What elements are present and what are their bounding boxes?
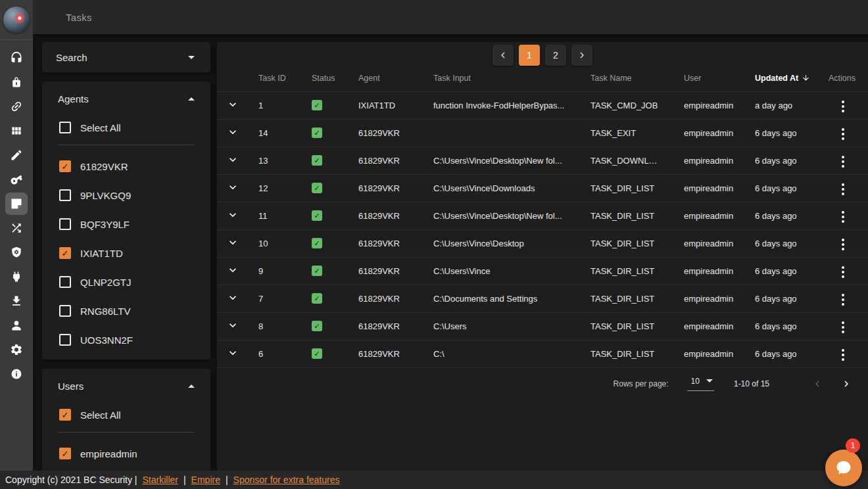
agent-checkbox-IXIAT1TD[interactable]: IXIAT1TD bbox=[42, 245, 210, 261]
header-updated-at[interactable]: Updated At bbox=[744, 66, 818, 91]
header-agent[interactable]: Agent bbox=[348, 66, 423, 91]
cell-task-input bbox=[423, 119, 580, 147]
app-logo-button[interactable] bbox=[0, 0, 33, 39]
table-row[interactable]: 11 61829VKR C:\Users\Vince\Desktop\New f… bbox=[217, 202, 868, 229]
checkbox[interactable] bbox=[59, 160, 71, 172]
sidebar-item-stagers[interactable] bbox=[5, 71, 28, 93]
row-actions-button[interactable] bbox=[838, 236, 848, 253]
agents-select-all-checkbox[interactable]: Select All bbox=[42, 120, 210, 135]
checkbox[interactable] bbox=[59, 247, 71, 259]
agent-checkbox-RNG86LTV[interactable]: RNG86LTV bbox=[42, 303, 210, 319]
sidebar-item-about[interactable] bbox=[5, 363, 28, 385]
checkbox[interactable] bbox=[59, 122, 71, 133]
agent-checkbox-BQF3Y9LF[interactable]: BQF3Y9LF bbox=[42, 216, 210, 232]
row-actions-button[interactable] bbox=[838, 181, 848, 198]
pagination-page-1[interactable]: 1 bbox=[519, 45, 540, 66]
expand-row-icon[interactable] bbox=[226, 153, 239, 166]
row-actions-button[interactable] bbox=[838, 153, 848, 170]
cell-updated-at: 6 days ago bbox=[744, 257, 818, 285]
checkbox[interactable] bbox=[59, 305, 71, 317]
chat-button[interactable]: 1 bbox=[825, 450, 862, 486]
search-panel-toggle[interactable]: Search bbox=[42, 42, 210, 72]
header-user[interactable]: User bbox=[673, 66, 744, 91]
checkbox[interactable] bbox=[59, 448, 71, 459]
rows-per-page-select[interactable]: 10 bbox=[687, 377, 714, 391]
starkiller-link[interactable]: Starkiller bbox=[143, 475, 178, 485]
cell-user: empireadmin bbox=[673, 91, 744, 119]
expand-row-icon[interactable] bbox=[226, 181, 239, 194]
pagination-prev-button[interactable] bbox=[493, 45, 514, 66]
sidebar-item-modules[interactable] bbox=[5, 120, 28, 142]
pagination-page-2[interactable]: 2 bbox=[545, 45, 566, 66]
header-status[interactable]: Status bbox=[301, 66, 348, 91]
header-task-input[interactable]: Task Input bbox=[423, 66, 580, 91]
sidebar-item-users[interactable] bbox=[5, 314, 28, 337]
pagination-next-button[interactable] bbox=[571, 45, 592, 66]
users-panel-toggle[interactable]: Users bbox=[42, 369, 210, 407]
row-actions-button[interactable] bbox=[838, 346, 848, 363]
row-actions-button[interactable] bbox=[838, 98, 848, 115]
row-actions-button[interactable] bbox=[838, 126, 848, 143]
checkbox-label: Select All bbox=[80, 122, 121, 133]
table-row[interactable]: 7 61829VKR C:\Documents and Settings TAS… bbox=[217, 285, 868, 312]
sidebar-item-credentials[interactable] bbox=[5, 168, 28, 191]
header-task-name[interactable]: Task Name bbox=[580, 66, 673, 91]
row-actions-button[interactable] bbox=[838, 264, 848, 281]
checkbox[interactable] bbox=[59, 276, 71, 288]
task-table-body: 1 IXIAT1TD function Invoke-FodHelperBypa… bbox=[217, 91, 868, 367]
cell-user: empireadmin bbox=[673, 174, 744, 202]
sidebar-nav bbox=[0, 40, 33, 385]
sidebar-item-listeners[interactable] bbox=[5, 47, 28, 69]
pagination-pages: 12 bbox=[519, 45, 566, 66]
expand-row-icon[interactable] bbox=[226, 208, 239, 221]
agent-checkbox-9PLVKGQ9[interactable]: 9PLVKGQ9 bbox=[42, 187, 210, 203]
sidebar-item-downloads[interactable] bbox=[5, 290, 28, 312]
table-row[interactable]: 14 61829VKR TASK_EXIT empireadmin 6 days… bbox=[217, 119, 868, 147]
table-row[interactable]: 12 61829VKR C:\Users\Vince\Downloads TAS… bbox=[217, 174, 868, 202]
users-filter-panel: Users Select All empireadmin bbox=[42, 369, 210, 477]
expand-row-icon[interactable] bbox=[226, 126, 239, 139]
sidebar-item-plugins[interactable] bbox=[5, 266, 28, 288]
expand-row-icon[interactable] bbox=[226, 264, 239, 277]
checkbox[interactable] bbox=[59, 409, 71, 421]
status-success-icon bbox=[312, 238, 322, 248]
sidebar-item-settings[interactable] bbox=[5, 338, 28, 361]
sponsor-link[interactable]: Sponsor for extra features bbox=[233, 475, 340, 485]
footer-prev-page-button[interactable] bbox=[811, 378, 823, 390]
expand-row-icon[interactable] bbox=[226, 98, 239, 111]
table-row[interactable]: 13 61829VKR C:\Users\Vince\Desktop\New f… bbox=[217, 147, 868, 174]
row-actions-button[interactable] bbox=[838, 319, 848, 336]
shield-gear-icon bbox=[10, 246, 23, 259]
expand-row-icon[interactable] bbox=[226, 236, 239, 249]
checkbox[interactable] bbox=[59, 334, 71, 346]
sidebar-item-plugins-edit[interactable] bbox=[5, 144, 28, 166]
footer-next-page-button[interactable] bbox=[840, 378, 852, 390]
sidebar-item-routing[interactable] bbox=[5, 217, 28, 239]
agents-filter-panel: Agents Select All 61829VKR 9PLVKGQ9 BQF3… bbox=[42, 82, 210, 360]
empire-link[interactable]: Empire bbox=[191, 475, 220, 485]
sidebar-item-agents[interactable] bbox=[5, 95, 28, 118]
cell-agent: 61829VKR bbox=[348, 340, 423, 367]
sidebar-item-malleable-profiles[interactable] bbox=[5, 241, 28, 264]
checkbox[interactable] bbox=[59, 218, 71, 230]
agent-checkbox-QLNP2GTJ[interactable]: QLNP2GTJ bbox=[42, 274, 210, 290]
expand-row-icon[interactable] bbox=[226, 319, 239, 332]
expand-row-icon[interactable] bbox=[226, 291, 239, 304]
sidebar-item-tasks[interactable] bbox=[5, 193, 28, 215]
row-actions-button[interactable] bbox=[838, 291, 848, 308]
table-row[interactable]: 6 61829VKR C:\ TASK_DIR_LIST empireadmin… bbox=[217, 340, 868, 367]
cell-agent: 61829VKR bbox=[348, 312, 423, 340]
expand-row-icon[interactable] bbox=[226, 346, 239, 360]
table-row[interactable]: 9 61829VKR C:\Users\Vince TASK_DIR_LIST … bbox=[217, 257, 868, 285]
user-checkbox-empireadmin[interactable]: empireadmin bbox=[42, 446, 210, 461]
agent-checkbox-61829VKR[interactable]: 61829VKR bbox=[42, 158, 210, 174]
agents-panel-toggle[interactable]: Agents bbox=[42, 82, 210, 120]
header-task-id[interactable]: Task ID bbox=[248, 66, 301, 91]
agent-checkbox-UOS3NN2F[interactable]: UOS3NN2F bbox=[42, 332, 210, 348]
table-row[interactable]: 1 IXIAT1TD function Invoke-FodHelperBypa… bbox=[217, 91, 868, 119]
table-row[interactable]: 10 61829VKR C:\Users\Vince\Desktop TASK_… bbox=[217, 229, 868, 257]
table-row[interactable]: 8 61829VKR C:\Users TASK_DIR_LIST empire… bbox=[217, 312, 868, 340]
row-actions-button[interactable] bbox=[838, 208, 848, 225]
users-select-all-checkbox[interactable]: Select All bbox=[42, 407, 210, 423]
checkbox[interactable] bbox=[59, 189, 71, 201]
